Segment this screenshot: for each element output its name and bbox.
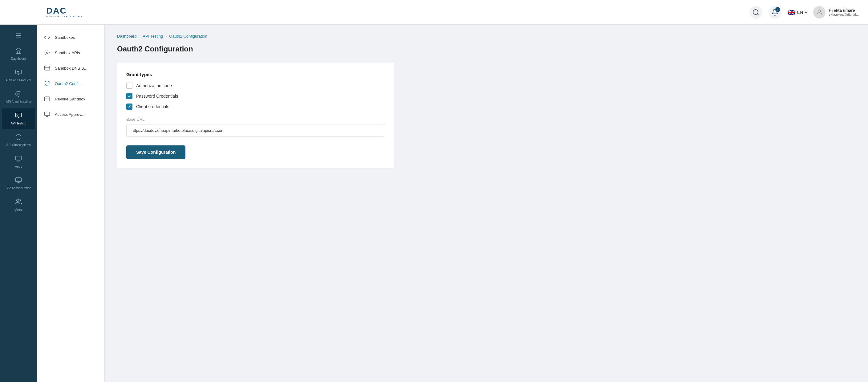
- sidebar-item-users[interactable]: Users: [2, 195, 35, 215]
- apps-icon: [15, 155, 22, 164]
- secondary-label-sandbox-dns: Sandbox DNS S...: [55, 66, 88, 70]
- oauth2-icon: [43, 79, 51, 88]
- subscriptions-icon: [15, 134, 22, 142]
- sidebar-label-users: Users: [14, 208, 23, 211]
- admin-icon: [15, 91, 22, 99]
- breadcrumb-current: Oauth2 Configuration: [169, 34, 207, 38]
- sidebar-item-api-testing[interactable]: API Testing: [2, 108, 35, 129]
- main-layout: Dashboard APIs and Products API Administ…: [0, 25, 868, 382]
- user-info: Hi ekta umare ekta.u+pa@digital...: [829, 8, 859, 16]
- sidebar-label-apps: Apps: [15, 165, 22, 168]
- secondary-sidebar: Sandboxes Sandbox APIs Sandbox DNS S...: [37, 25, 105, 382]
- checkbox-label-auth-code: Authorization code: [136, 83, 172, 88]
- svg-point-11: [18, 93, 20, 95]
- secondary-item-sandbox-apis[interactable]: Sandbox APIs: [37, 45, 104, 60]
- checkbox-label-client-cred: Client credentials: [136, 104, 169, 109]
- sidebar-item-api-administration[interactable]: API Administration: [2, 87, 35, 107]
- logo-subtitle: DIGITAL APICRAFT: [46, 15, 83, 18]
- secondary-item-revoke-sandbox[interactable]: Revoke Sandbox: [37, 91, 104, 106]
- notifications-button[interactable]: 0: [769, 6, 781, 19]
- secondary-label-revoke: Revoke Sandbox: [55, 97, 85, 101]
- breadcrumb: Dashboard › API Testing › Oauth2 Configu…: [117, 34, 856, 38]
- base-url-section: Base URL: [126, 117, 385, 137]
- svg-line-1: [757, 13, 758, 15]
- svg-point-20: [17, 199, 19, 201]
- user-menu[interactable]: Hi ekta umare ekta.u+pa@digital...: [813, 6, 859, 19]
- base-url-label: Base URL: [126, 117, 385, 122]
- sidebar-item-apps[interactable]: Apps: [2, 152, 35, 172]
- svg-rect-16: [17, 160, 20, 161]
- sidebar-label-site-admin: Site Administration: [6, 186, 31, 190]
- language-selector[interactable]: 🇬🇧 EN ▾: [787, 9, 807, 16]
- revoke-icon: [43, 95, 51, 103]
- main-content: Dashboard › API Testing › Oauth2 Configu…: [105, 25, 868, 382]
- sidebar: Dashboard APIs and Products API Administ…: [0, 25, 37, 382]
- sidebar-item-apis-products[interactable]: APIs and Products: [2, 65, 35, 86]
- sandbox-apis-icon: [43, 49, 51, 57]
- svg-rect-17: [16, 178, 21, 182]
- sidebar-label-dashboard: Dashboard: [11, 57, 26, 60]
- notification-badge: 0: [775, 7, 780, 12]
- grant-types-title: Grant types: [126, 72, 385, 77]
- svg-rect-12: [16, 113, 21, 117]
- testing-icon: [15, 112, 22, 121]
- sidebar-label-subscriptions: API Subscriptions: [6, 143, 31, 147]
- breadcrumb-sep-2: ›: [165, 34, 167, 38]
- logo-dac: DAC: [46, 6, 83, 15]
- users-icon: [15, 198, 22, 207]
- svg-rect-15: [16, 156, 21, 160]
- checkbox-label-password-cred: Password Credentials: [136, 94, 178, 99]
- save-configuration-button[interactable]: Save Configuration: [126, 146, 185, 159]
- search-icon: [752, 9, 760, 16]
- apis-icon: [15, 69, 22, 77]
- search-button[interactable]: [749, 6, 762, 19]
- home-icon: [15, 47, 22, 56]
- checkbox-row-auth-code: Authorization code: [126, 83, 385, 89]
- sidebar-label-apis: APIs and Products: [6, 78, 31, 82]
- base-url-input[interactable]: [126, 124, 385, 137]
- secondary-item-oauth2-config[interactable]: Oauth2 Confi...: [37, 76, 104, 91]
- user-email: ekta.u+pa@digital...: [829, 12, 859, 16]
- svg-rect-27: [45, 112, 50, 116]
- sidebar-item-dashboard[interactable]: Dashboard: [2, 44, 35, 64]
- sandbox-dns-icon: [43, 64, 51, 72]
- avatar: [813, 6, 826, 19]
- svg-rect-22: [45, 66, 50, 70]
- site-admin-icon: [15, 177, 22, 185]
- svg-point-9: [17, 71, 18, 72]
- checkmark-client: ✓: [128, 104, 131, 109]
- secondary-label-sandboxes: Sandboxes: [55, 35, 75, 40]
- access-icon: [43, 110, 51, 118]
- sidebar-label-admin: API Administration: [6, 100, 31, 103]
- secondary-label-access: Access Approv...: [55, 112, 84, 117]
- page-title: Oauth2 Configuration: [117, 45, 856, 53]
- svg-point-10: [18, 71, 19, 72]
- flag-icon: 🇬🇧: [787, 9, 795, 16]
- checkbox-row-client-cred: ✓ Client credentials: [126, 103, 385, 110]
- sidebar-label-testing: API Testing: [11, 122, 26, 125]
- secondary-label-oauth2: Oauth2 Confi...: [55, 81, 82, 86]
- sidebar-item-api-subscriptions[interactable]: API Subscriptions: [2, 130, 35, 150]
- svg-point-2: [818, 10, 820, 12]
- checkbox-row-password-cred: ✓ Password Credentials: [126, 93, 385, 99]
- logo-text: DAC DIGITAL APICRAFT: [46, 6, 83, 18]
- checkbox-password-cred[interactable]: ✓: [126, 93, 132, 99]
- breadcrumb-api-testing[interactable]: API Testing: [143, 34, 163, 38]
- hamburger-button[interactable]: [0, 28, 37, 43]
- checkmark-password: ✓: [128, 94, 131, 99]
- secondary-item-access-approval[interactable]: Access Approv...: [37, 106, 104, 122]
- svg-point-21: [46, 52, 48, 54]
- top-header: DAC DIGITAL APICRAFT 0 🇬🇧 EN ▾: [0, 0, 868, 25]
- checkbox-client-cred[interactable]: ✓: [126, 103, 132, 110]
- breadcrumb-sep-1: ›: [139, 34, 141, 38]
- checkbox-auth-code[interactable]: [126, 83, 132, 89]
- secondary-item-sandboxes[interactable]: Sandboxes: [37, 30, 104, 45]
- config-card: Grant types Authorization code ✓ Passwor…: [117, 63, 394, 168]
- header-right: 0 🇬🇧 EN ▾ Hi ekta umare ekta.u+pa@digita…: [749, 6, 859, 19]
- secondary-item-sandbox-dns[interactable]: Sandbox DNS S...: [37, 60, 104, 76]
- svg-point-0: [753, 9, 758, 14]
- breadcrumb-dashboard[interactable]: Dashboard: [117, 34, 137, 38]
- logo: DAC DIGITAL APICRAFT: [46, 6, 83, 18]
- sidebar-item-site-administration[interactable]: Site Administration: [2, 173, 35, 193]
- user-greeting: Hi ekta umare: [829, 8, 859, 12]
